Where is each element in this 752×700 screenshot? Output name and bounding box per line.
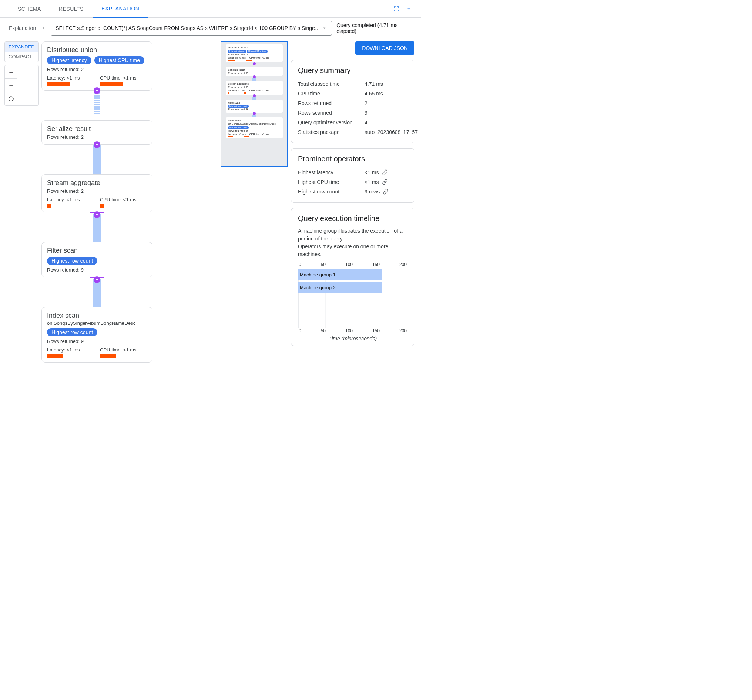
pill-highest-latency: Highest latency	[47, 56, 92, 64]
zoom-reset-button[interactable]	[5, 92, 17, 106]
download-json-button[interactable]: DOWNLOAD JSON	[355, 42, 415, 55]
node-subtitle: on SongsBySingerAlbumSongNameDesc	[47, 320, 147, 326]
summary-row: Total elapsed time4.71 ms	[298, 79, 407, 89]
tab-schema[interactable]: SCHEMA	[9, 0, 50, 17]
summary-row: CPU time4.65 ms	[298, 89, 407, 98]
timeline-bar[interactable]: Machine group 2	[298, 282, 382, 293]
node-toggle-icon[interactable]	[94, 276, 100, 283]
collapse-panel-icon[interactable]	[406, 6, 412, 12]
dropdown-icon	[321, 25, 327, 31]
stat-cpu-label: CPU time: <1 ms	[100, 75, 147, 81]
timeline-title: Query execution timeline	[298, 214, 407, 223]
node-index-scan[interactable]: Index scan on SongsBySingerAlbumSongName…	[42, 307, 152, 363]
stat-cpu-bar	[100, 82, 123, 86]
query-selector[interactable]: SELECT s.SingerId, COUNT(*) AS SongCount…	[51, 21, 332, 36]
node-toggle-icon[interactable]	[94, 211, 100, 218]
prominent-row: Highest latency <1 ms	[298, 168, 407, 177]
minimap-node: Filter scan Highest row count Rows retur…	[226, 99, 283, 113]
stat-latency-label: Latency: <1 ms	[47, 75, 94, 81]
link-icon[interactable]	[382, 179, 388, 185]
stat-latency-bar	[47, 82, 70, 86]
summary-row: Rows scanned9	[298, 108, 407, 118]
stat-cpu-bar	[100, 354, 116, 358]
node-rows: Rows returned: 9	[47, 267, 147, 273]
prominent-row: Highest CPU time <1 ms	[298, 177, 407, 187]
node-title: Index scan	[47, 312, 147, 320]
timeline-chart: 0 50 100 150 200 Machine group 1 Machine…	[298, 262, 407, 340]
zoom-in-button[interactable]	[5, 65, 17, 79]
node-title: Distributed union	[47, 46, 147, 54]
stat-latency-label: Latency: <1 ms	[47, 347, 94, 352]
timeline-axis-bottom: 0 50 100 150 200	[298, 328, 407, 333]
query-selector-text: SELECT s.SingerId, COUNT(*) AS SongCount…	[56, 25, 321, 31]
timeline-xlabel: Time (microseconds)	[298, 335, 407, 341]
minimap-node: Index scan on SongsBySingerAlbumSongName…	[226, 117, 283, 138]
timeline-desc: A machine group illustrates the executio…	[298, 227, 407, 258]
timeline-bar[interactable]: Machine group 1	[298, 269, 382, 280]
timeline-axis-top: 0 50 100 150 200	[298, 262, 407, 267]
stat-cpu-bar	[100, 204, 104, 208]
view-expanded-button[interactable]: EXPANDED	[5, 42, 39, 52]
summary-row: Rows returned2	[298, 98, 407, 108]
pill-highest-cpu: Highest CPU time	[94, 56, 144, 64]
top-tabs: SCHEMA RESULTS EXPLANATION	[0, 0, 421, 18]
right-panel: DOWNLOAD JSON Query summary Total elapse…	[291, 39, 421, 386]
stat-latency-label: Latency: <1 ms	[47, 197, 94, 202]
query-summary-title: Query summary	[298, 66, 407, 75]
node-rows: Rows returned: 9	[47, 338, 147, 344]
node-distributed-union[interactable]: Distributed union Highest latency Highes…	[42, 42, 152, 91]
node-rows: Rows returned: 2	[47, 134, 147, 140]
minimap-node: Serialize result Rows returned: 2	[226, 67, 283, 76]
fullscreen-icon[interactable]	[393, 6, 400, 12]
node-stream-aggregate[interactable]: Stream aggregate Rows returned: 2 Latenc…	[42, 174, 152, 213]
query-status: Query completed (4.71 ms elapsed)	[336, 22, 412, 34]
prominent-row: Highest row count 9 rows	[298, 187, 407, 196]
node-title: Filter scan	[47, 247, 147, 255]
link-icon[interactable]	[383, 189, 388, 195]
node-filter-scan[interactable]: Filter scan Highest row count Rows retur…	[42, 242, 152, 278]
timeline-card: Query execution timeline A machine group…	[291, 208, 415, 346]
view-compact-button[interactable]: COMPACT	[5, 52, 39, 62]
minimap-node: Distributed union Highest latencyHighest…	[226, 44, 283, 62]
plan-canvas[interactable]: EXPANDED COMPACT Distributed union	[0, 39, 291, 386]
node-rows: Rows returned: 2	[47, 188, 147, 194]
node-rows: Rows returned: 2	[47, 67, 147, 72]
view-toggle: EXPANDED COMPACT	[5, 42, 39, 62]
node-toggle-icon[interactable]	[94, 87, 100, 94]
link-icon[interactable]	[382, 169, 388, 175]
query-summary-card: Query summary Total elapsed time4.71 ms …	[291, 60, 415, 143]
breadcrumb-bar: Explanation SELECT s.SingerId, COUNT(*) …	[0, 18, 421, 39]
stat-latency-bar	[47, 354, 63, 358]
zoom-controls	[5, 65, 39, 106]
node-title: Serialize result	[47, 125, 147, 133]
summary-row: Statistics packageauto_20230608_17_57_46…	[298, 127, 407, 137]
chevron-right-icon	[40, 25, 46, 31]
plan-flow: Distributed union Highest latency Highes…	[42, 42, 152, 363]
minimap[interactable]: Distributed union Highest latencyHighest…	[221, 42, 288, 167]
stat-cpu-label: CPU time: <1 ms	[100, 347, 147, 352]
pill-highest-row-count: Highest row count	[47, 328, 97, 336]
breadcrumb-label: Explanation	[9, 25, 36, 31]
pill-highest-row-count: Highest row count	[47, 257, 97, 265]
node-toggle-icon[interactable]	[94, 141, 100, 148]
summary-row: Query optimizer version4	[298, 118, 407, 127]
zoom-out-button[interactable]	[5, 79, 17, 92]
node-title: Stream aggregate	[47, 179, 147, 187]
tab-explanation[interactable]: EXPLANATION	[93, 1, 148, 18]
prominent-operators-title: Prominent operators	[298, 155, 407, 163]
stat-latency-bar	[47, 204, 51, 208]
minimap-node: Stream aggregate Rows returned: 2 Latenc…	[226, 81, 283, 95]
tab-results[interactable]: RESULTS	[50, 0, 93, 17]
stat-cpu-label: CPU time: <1 ms	[100, 197, 147, 202]
prominent-operators-card: Prominent operators Highest latency <1 m…	[291, 148, 415, 203]
